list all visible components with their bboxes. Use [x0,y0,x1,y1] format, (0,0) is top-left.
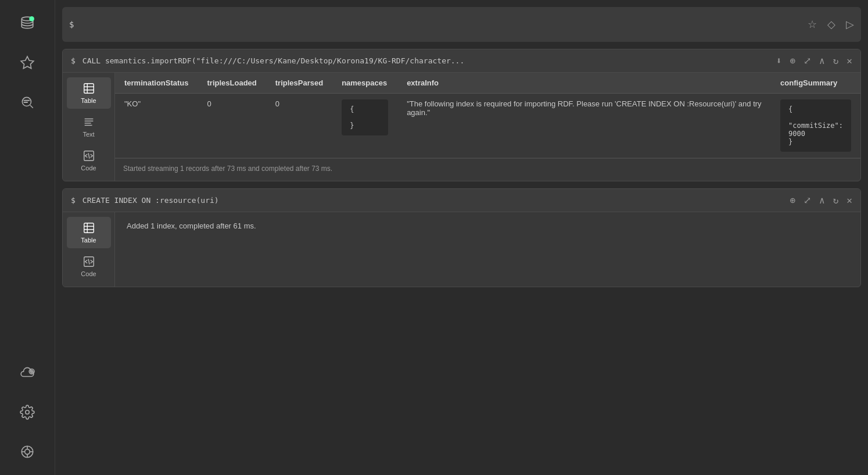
panel2-refresh-icon[interactable]: ↻ [833,195,839,206]
svg-point-11 [25,449,30,455]
sidebar-item-search[interactable] [7,85,48,120]
panel1-pin-icon[interactable]: ⊕ [790,55,795,66]
panel1-table: terminationStatus triplesLoaded triplesP… [115,73,860,158]
svg-rect-6 [24,102,28,103]
panel1-download-icon[interactable]: ⬇ [776,55,782,66]
panel1-status: Started streaming 1 records after 73 ms … [115,158,860,178]
cell-extra-info: "The following index is required for imp… [397,94,771,158]
cell-triples-parsed: 0 [266,94,332,158]
panel2-table-view-btn[interactable]: Table [67,217,111,248]
main-content: $ ☆ ◇ ▷ $ CALL semantics.importRDF("file… [55,0,868,475]
panel2-pin-icon[interactable]: ⊕ [790,195,795,206]
panel2-code-view-btn[interactable]: Code [67,251,111,282]
sidebar-item-plugins[interactable] [7,434,48,469]
cell-namespaces: { } [332,94,397,158]
sidebar [0,0,55,475]
panel1-body: Table Text [63,73,860,181]
favorites-icon[interactable]: ☆ [808,18,817,31]
panel2-command: CREATE INDEX ON :resource(uri) [83,196,785,205]
input-toolbar: ☆ ◇ ▷ [808,18,854,31]
panel1-expand-icon[interactable]: ⤢ [804,55,811,66]
run-icon[interactable]: ▷ [846,18,854,31]
panel1-table-label: Table [81,97,96,104]
panel2-table-label: Table [81,237,96,244]
svg-point-1 [29,16,34,22]
input-prompt: $ [69,20,74,29]
panel2-expand-icon[interactable]: ⤢ [804,195,811,206]
panel1-table-view: terminationStatus triplesLoaded triplesP… [115,73,860,181]
panel2-code-label: Code [81,270,96,277]
svg-marker-2 [21,56,34,69]
table-header-row: terminationStatus triplesLoaded triplesP… [115,73,860,94]
svg-rect-5 [24,100,30,101]
sidebar-item-settings[interactable] [7,395,48,430]
panel2-body: Table Code Added 1 index, completed afte… [63,212,860,287]
panel2-header-actions: ⊕ ⤢ ∧ ↻ ✕ [790,195,852,206]
col-config-summary: configSummary [771,73,860,94]
svg-line-4 [30,105,33,108]
command-input-bar: $ ☆ ◇ ▷ [62,7,861,42]
sidebar-item-favorites[interactable] [7,45,48,80]
panel1-collapse-icon[interactable]: ∧ [819,55,825,66]
cell-triples-loaded: 0 [198,94,266,158]
panel2-collapse-icon[interactable]: ∧ [819,195,825,206]
panel1-command: CALL semantics.importRDF("file:///C:/Use… [83,56,772,65]
col-triples-parsed: triplesParsed [266,73,332,94]
col-namespaces: namespaces [332,73,397,94]
result-panel-2-header: $ CREATE INDEX ON :resource(uri) ⊕ ⤢ ∧ ↻… [63,189,860,212]
panel2-prompt: $ [71,196,76,205]
panel2-close-icon[interactable]: ✕ [847,195,852,206]
result-panel-1: $ CALL semantics.importRDF("file:///C:/U… [62,49,861,181]
table-row: "KO" 0 0 { } "The following index is req… [115,94,860,158]
col-extra-info: extraInfo [397,73,771,94]
panel1-header-actions: ⬇ ⊕ ⤢ ∧ ↻ ✕ [776,55,852,66]
panel1-table-view-btn[interactable]: Table [67,77,111,109]
col-termination-status: terminationStatus [115,73,198,94]
panel1-text-label: Text [83,131,94,138]
svg-point-3 [22,97,31,106]
panel1-close-icon[interactable]: ✕ [847,55,852,66]
panel1-view-selector: Table Text [63,73,115,181]
namespaces-json: { } [342,99,388,135]
svg-line-25 [88,153,89,158]
svg-point-9 [26,410,30,415]
panel1-text-view-btn[interactable]: Text [67,111,111,142]
svg-rect-16 [84,84,94,94]
col-triples-loaded: triplesLoaded [198,73,266,94]
panel1-code-view-btn[interactable]: Code [67,145,111,176]
cell-termination-status: "KO" [115,94,198,158]
panel1-code-label: Code [81,165,96,172]
result-panel-1-header: $ CALL semantics.importRDF("file:///C:/U… [63,49,860,73]
sidebar-item-cloud[interactable] [7,355,48,390]
eraser-icon[interactable]: ◇ [827,18,835,31]
panel1-refresh-icon[interactable]: ↻ [833,55,839,66]
svg-line-31 [88,259,89,264]
panel2-result-text: Added 1 index, completed after 61 ms. [115,212,268,287]
sidebar-item-database[interactable] [7,6,48,41]
panel1-prompt: $ [71,56,76,65]
config-summary-json: { "commitSize": 9000 } [780,99,851,152]
command-input[interactable] [78,20,808,29]
panel2-view-selector: Table Code [63,212,115,287]
cell-config-summary: { "commitSize": 9000 } [771,94,860,158]
result-panel-2: $ CREATE INDEX ON :resource(uri) ⊕ ⤢ ∧ ↻… [62,188,861,287]
svg-rect-26 [84,223,94,233]
